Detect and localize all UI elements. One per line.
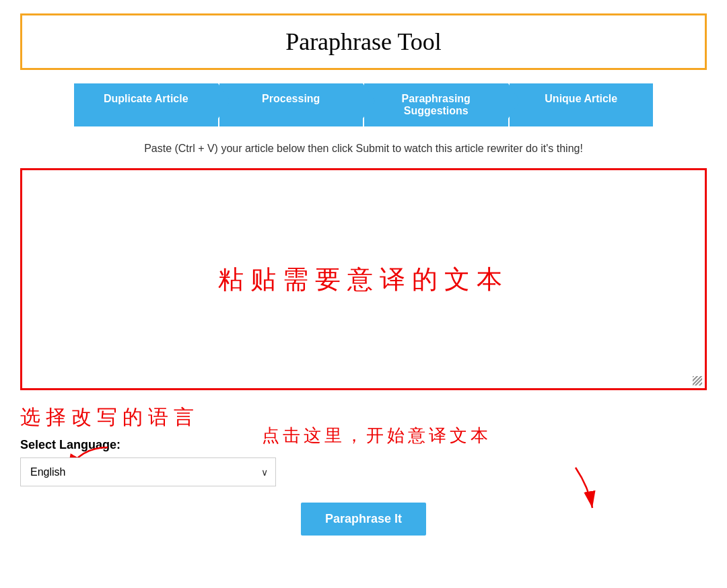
article-textarea[interactable]: [22, 170, 705, 385]
language-select[interactable]: English Spanish French German Italian Po…: [20, 457, 276, 486]
paraphrase-button[interactable]: Paraphrase It: [301, 503, 426, 536]
progress-steps: Duplicate Article Processing Paraphrasin…: [74, 83, 653, 126]
page-wrapper: Paraphrase Tool Duplicate Article Proces…: [0, 0, 727, 549]
annotation-container: English Spanish French German Italian Po…: [20, 457, 707, 486]
title-box: Paraphrase Tool: [20, 13, 707, 70]
language-section: 选择改写的语言 Select Language: English Spanish…: [20, 404, 707, 486]
chinese-annotation-button: 点击这里，开始意译文本: [262, 424, 491, 447]
chinese-annotation-language: 选择改写的语言: [20, 404, 199, 431]
instruction-text: Paste (Ctrl + V) your article below then…: [20, 143, 707, 155]
step-duplicate[interactable]: Duplicate Article: [74, 83, 218, 126]
textarea-wrapper: 粘贴需要意译的文本: [20, 168, 707, 390]
select-wrapper: English Spanish French German Italian Po…: [20, 457, 276, 486]
step-processing[interactable]: Processing: [219, 83, 364, 126]
step-unique[interactable]: Unique Article: [510, 83, 654, 126]
resize-handle[interactable]: [693, 376, 702, 385]
page-title: Paraphrase Tool: [36, 28, 691, 56]
submit-section: Paraphrase It: [20, 503, 707, 536]
step-suggestions[interactable]: Paraphrasing Suggestions: [364, 83, 508, 126]
